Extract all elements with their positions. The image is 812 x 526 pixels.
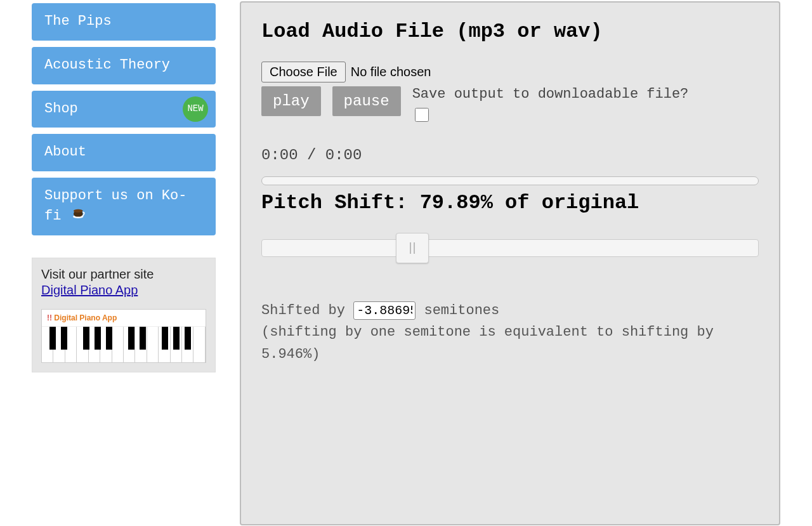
nav-label: Support us on Ko-fi	[44, 188, 187, 224]
shifted-suffix: semitones	[424, 303, 499, 319]
load-heading: Load Audio File (mp3 or wav)	[261, 18, 759, 45]
partner-box: Visit our partner site Digital Piano App…	[32, 258, 216, 372]
nav-acoustic-theory[interactable]: Acoustic Theory	[32, 47, 216, 84]
shift-note: (shifting by one semitone is equivalent …	[261, 324, 714, 362]
nav-label: Shop	[44, 101, 78, 117]
main-panel: Load Audio File (mp3 or wav) Choose File…	[240, 1, 780, 525]
warning-icon: !!	[47, 313, 52, 322]
partner-card-header: !! Digital Piano App	[42, 310, 206, 327]
partner-link[interactable]: Digital Piano App	[41, 283, 138, 297]
nav-about[interactable]: About	[32, 134, 216, 171]
partner-card[interactable]: !! Digital Piano App	[41, 309, 206, 363]
save-checkbox[interactable]	[415, 108, 429, 122]
coffee-icon	[72, 206, 86, 226]
partner-card-title: Digital Piano App	[54, 313, 117, 322]
shifted-prefix: Shifted by	[261, 303, 353, 319]
time-display: 0:00 / 0:00	[261, 147, 759, 164]
svg-point-2	[74, 209, 82, 213]
pitch-slider[interactable]	[261, 233, 759, 263]
slider-thumb[interactable]	[396, 233, 429, 263]
new-badge: NEW	[183, 96, 208, 122]
save-label: Save output to downloadable file?	[412, 86, 689, 102]
slider-track	[261, 239, 759, 257]
choose-file-button[interactable]: Choose File	[261, 62, 346, 82]
pitch-value: 79.89%	[420, 191, 493, 214]
pitch-suffix: of original	[493, 191, 639, 214]
pause-button[interactable]: pause	[332, 86, 401, 116]
play-button[interactable]: play	[261, 86, 321, 116]
nav-support-kofi[interactable]: Support us on Ko-fi	[32, 178, 216, 235]
controls-row: play pause Save output to downloadable f…	[261, 86, 759, 124]
nav-label: The Pips	[44, 13, 112, 29]
nav-shop[interactable]: Shop NEW	[32, 91, 216, 128]
nav-the-pips[interactable]: The Pips	[32, 3, 216, 41]
file-row: Choose File No file chosen	[261, 62, 759, 82]
partner-title: Visit our partner site	[41, 267, 206, 282]
pitch-prefix: Pitch Shift:	[261, 191, 420, 214]
file-status: No file chosen	[351, 65, 431, 79]
shift-text: Shifted by semitones (shifting by one se…	[261, 300, 759, 365]
nav-label: Acoustic Theory	[44, 57, 170, 73]
save-row: Save output to downloadable file?	[412, 86, 689, 124]
progress-bar[interactable]	[261, 176, 759, 185]
nav-label: About	[44, 144, 86, 160]
sidebar: The Pips Acoustic Theory Shop NEW About …	[32, 0, 216, 525]
piano-keys-icon	[42, 327, 206, 362]
pitch-heading: Pitch Shift: 79.89% of original	[261, 189, 759, 216]
semitone-input[interactable]	[353, 301, 416, 320]
